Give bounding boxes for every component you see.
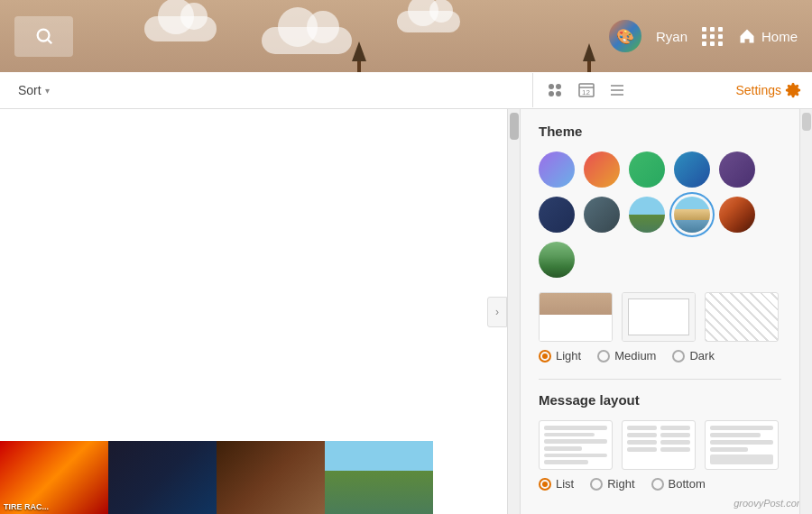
list-view-icon[interactable]: [605, 78, 629, 102]
view-icons: 12: [544, 78, 726, 102]
sort-chevron: ▾: [45, 86, 50, 96]
watermark: groovyPost.com: [734, 498, 799, 509]
section-divider: [539, 379, 781, 380]
color-navy[interactable]: [539, 197, 575, 233]
radio-circle-light: [539, 350, 551, 363]
cloud-decoration: [262, 27, 352, 54]
content-area: TIRE RAC... ›: [0, 109, 507, 514]
layout-bottom[interactable]: [705, 420, 779, 470]
user-name: Ryan: [656, 29, 687, 44]
radio-circle-dark: [672, 350, 685, 363]
search-icon: [34, 26, 54, 46]
settings-scrollbar[interactable]: [799, 109, 812, 514]
radio-bottom[interactable]: Bottom: [651, 477, 706, 491]
header: 🎨 Ryan Home: [0, 0, 812, 72]
photo-mountain[interactable]: [539, 242, 575, 278]
bg-preview-group: [539, 292, 781, 342]
nav-arrow-right[interactable]: ›: [487, 297, 507, 327]
color-dark-purple[interactable]: [719, 151, 755, 188]
radio-light[interactable]: Light: [539, 349, 581, 363]
thumb-label: TIRE RAC...: [4, 502, 49, 511]
radio-list[interactable]: List: [539, 477, 574, 491]
settings-link[interactable]: Settings: [735, 82, 801, 98]
cloud-decoration: [397, 11, 460, 32]
radio-circle-medium: [597, 350, 610, 363]
color-purple-blue[interactable]: [539, 151, 575, 188]
calendar-view-icon[interactable]: 12: [575, 78, 598, 102]
layout-list[interactable]: [539, 420, 613, 470]
svg-rect-4: [556, 84, 561, 89]
svg-rect-3: [549, 91, 554, 96]
message-layout-title: Message layout: [539, 392, 781, 408]
tree-decoration: [352, 41, 366, 72]
bg-preview-dark[interactable]: [705, 292, 779, 342]
radio-medium-label: Medium: [614, 349, 656, 363]
home-label: Home: [761, 29, 798, 44]
thumbnail-item[interactable]: [217, 441, 325, 514]
tree-decoration: [583, 43, 595, 72]
layout-radio-group: List Right Bottom: [539, 477, 781, 491]
toolbar-left: Sort ▾: [0, 72, 532, 108]
color-teal-blue[interactable]: [674, 151, 710, 188]
settings-scrollbar-thumb: [802, 113, 811, 131]
radio-light-label: Light: [556, 349, 581, 363]
thumbnails-row: TIRE RAC...: [0, 441, 507, 514]
svg-rect-5: [556, 91, 561, 96]
radio-circle-list: [539, 478, 551, 491]
scrollbar-thumb: [510, 113, 519, 140]
color-green[interactable]: [629, 151, 665, 188]
gear-icon: [785, 82, 801, 98]
svg-rect-2: [549, 84, 554, 89]
home-link[interactable]: Home: [738, 27, 798, 45]
toolbar-row: Sort ▾ 12: [0, 72, 812, 109]
sort-button[interactable]: Sort ▾: [11, 79, 57, 101]
radio-right-label: Right: [607, 477, 634, 491]
sort-label: Sort: [18, 83, 42, 97]
apps-grid-button[interactable]: [702, 27, 724, 46]
photo-sunset[interactable]: [719, 197, 755, 233]
radio-bottom-label: Bottom: [669, 477, 706, 491]
radio-medium[interactable]: Medium: [597, 349, 656, 363]
bg-preview-plain[interactable]: [622, 292, 696, 342]
cloud-decoration: [144, 16, 217, 41]
settings-panel: Theme: [520, 109, 799, 514]
bg-preview-landscape[interactable]: [539, 292, 613, 342]
main-content: TIRE RAC... › Theme: [0, 109, 812, 514]
thumbnail-item[interactable]: TIRE RAC...: [0, 441, 108, 514]
toolbar-right: 12 Settings: [532, 73, 812, 107]
layout-right[interactable]: [622, 420, 696, 470]
radio-right[interactable]: Right: [590, 477, 634, 491]
avatar[interactable]: 🎨: [609, 20, 641, 52]
search-box[interactable]: [14, 16, 73, 57]
header-left: [14, 16, 73, 57]
home-icon: [738, 27, 756, 45]
main-scrollbar[interactable]: [507, 109, 520, 514]
settings-label: Settings: [735, 83, 781, 97]
svg-point-0: [37, 30, 49, 41]
radio-list-label: List: [556, 477, 574, 491]
message-layout-previews: [539, 420, 781, 470]
radio-dark-label: Dark: [689, 349, 714, 363]
radio-circle-right: [590, 478, 603, 491]
radio-circle-bottom: [651, 478, 664, 491]
color-slate[interactable]: [584, 197, 620, 233]
brightness-radio-group: Light Medium Dark: [539, 349, 781, 363]
header-right: 🎨 Ryan Home: [609, 20, 798, 52]
radio-dark[interactable]: Dark: [672, 349, 714, 363]
photo-beach[interactable]: [674, 197, 710, 233]
svg-text:12: 12: [582, 88, 590, 96]
color-red-orange[interactable]: [584, 151, 620, 188]
photo-landscape[interactable]: [629, 197, 665, 233]
svg-line-1: [48, 40, 51, 43]
theme-section-title: Theme: [539, 124, 781, 139]
thumbnail-item[interactable]: [108, 441, 217, 514]
theme-color-grid: [539, 151, 781, 278]
thumbnail-item[interactable]: [325, 441, 433, 514]
contact-view-icon[interactable]: [544, 78, 567, 102]
